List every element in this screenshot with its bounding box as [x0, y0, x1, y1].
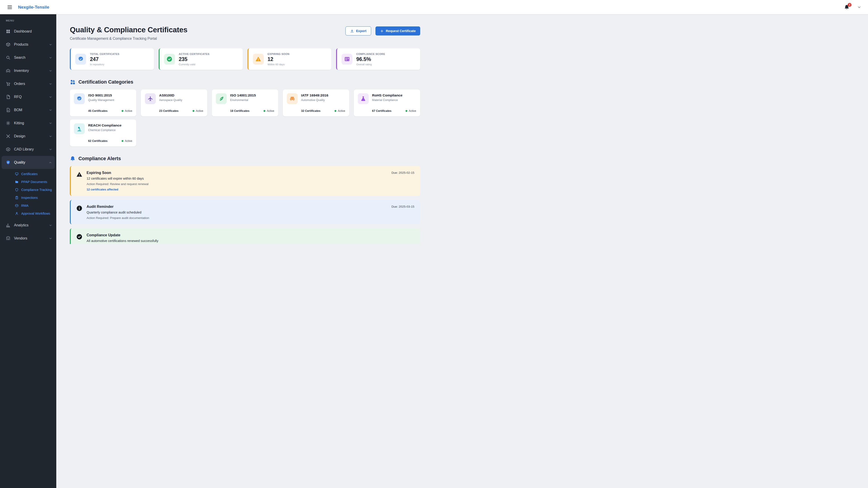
category-count: 18 Certificates: [230, 109, 249, 112]
request-certificate-button[interactable]: Request Certificate: [375, 26, 420, 35]
shield-icon: [15, 188, 19, 192]
sidebar-item-products[interactable]: Products: [0, 38, 56, 51]
category-description: Chemical Compliance: [88, 129, 132, 132]
stat-active-certificates[interactable]: ACTIVE CERTIFICATES 235 Currently valid: [159, 48, 243, 70]
sidebar-item-vendors[interactable]: Vendors: [0, 232, 56, 244]
brand-logo[interactable]: Nexgile-Tensile: [18, 5, 49, 10]
stat-label: EXPIRING SOON: [268, 53, 289, 55]
stat-sub: Within 60 days: [268, 63, 289, 66]
export-button[interactable]: Export: [345, 26, 371, 35]
chevron-down-icon: [49, 122, 52, 125]
sidebar-item-orders[interactable]: Orders: [0, 77, 56, 90]
status-dot: [264, 110, 266, 112]
chevron-down-icon: [49, 82, 52, 86]
sidebar-item-bom[interactable]: BOM: [0, 103, 56, 117]
category-name: IATF 16949:2016: [301, 93, 345, 97]
category-card-iso-9001[interactable]: ISO 9001:2015 Quality Management 45 Cert…: [70, 90, 136, 116]
stat-value: 96.5%: [356, 56, 385, 62]
chevron-up-icon: [49, 161, 52, 164]
sidebar-item-search[interactable]: Search: [0, 51, 56, 64]
menu-icon[interactable]: [7, 4, 13, 10]
alert-message: All automotive certifications renewed su…: [87, 239, 158, 242]
category-count: 62 Certificates: [88, 139, 107, 142]
user-icon: [15, 212, 19, 215]
chevron-down-icon: [49, 237, 52, 240]
certificate-card-icon: [342, 54, 352, 65]
sidebar-item-quality[interactable]: Quality: [2, 156, 55, 169]
stat-expiring-soon[interactable]: EXPIRING SOON 12 Within 60 days: [248, 48, 332, 70]
stat-compliance-score[interactable]: COMPLIANCE SCORE 96.5% Overall rating: [336, 48, 420, 70]
category-card-reach[interactable]: REACH Compliance Chemical Compliance 62 …: [70, 120, 136, 147]
alert-affected-link[interactable]: 12 certificates affected: [87, 188, 149, 191]
sidebar-subitem-label: PPAP Documents: [21, 180, 47, 184]
sidebar-item-cad-library[interactable]: CAD Library: [0, 143, 56, 156]
shield-check-icon: [6, 160, 10, 165]
sidebar-item-label: Dashboard: [14, 29, 52, 33]
category-card-as9100d[interactable]: AS9100D Aerospace Quality 23 Certificate…: [141, 90, 207, 116]
category-count: 45 Certificates: [88, 109, 107, 112]
status-dot: [122, 140, 123, 142]
sidebar-item-label: Quality: [14, 160, 49, 164]
sidebar-item-label: Orders: [14, 82, 49, 86]
status-dot: [193, 110, 194, 112]
dashboard-icon: [6, 29, 10, 34]
building-icon: [6, 236, 10, 240]
alert-audit-reminder[interactable]: Audit Reminder Quarterly compliance audi…: [70, 200, 420, 224]
status-dot: [122, 110, 123, 112]
alerts-section-header: Compliance Alerts: [70, 156, 420, 162]
badge-check-icon: [74, 93, 85, 104]
category-name: REACH Compliance: [88, 123, 132, 127]
category-card-rohs[interactable]: RoHS Compliance Material Compliance 67 C…: [354, 90, 420, 116]
sidebar-subitem-compliance-tracking[interactable]: Compliance Tracking: [0, 186, 56, 194]
sidebar-item-label: Products: [14, 42, 49, 46]
sidebar-subitem-certificates[interactable]: Certificates: [0, 170, 56, 178]
sidebar-item-dashboard[interactable]: Dashboard: [0, 25, 56, 38]
alerts-heading: Compliance Alerts: [79, 156, 121, 162]
sidebar-subitem-rma[interactable]: RMA: [0, 201, 56, 209]
gear-icon: [6, 121, 10, 125]
sidebar-item-label: Kitting: [14, 121, 49, 125]
car-icon: [287, 93, 298, 104]
alert-title: Audit Reminder: [87, 205, 149, 209]
page-subtitle: Certificate Management & Compliance Trac…: [70, 37, 187, 41]
sidebar-item-kitting[interactable]: Kitting: [0, 117, 56, 130]
chevron-down-icon: [49, 108, 52, 112]
category-count: 23 Certificates: [159, 109, 178, 112]
cube-icon: [6, 147, 10, 152]
alert-due-date: Due: 2025-03-15: [392, 205, 414, 208]
alert-expiring-soon[interactable]: Expiring Soon 12 certificates will expir…: [70, 166, 420, 196]
main-content: Quality & Compliance Certificates Certif…: [56, 0, 434, 244]
sidebar-item-rfq[interactable]: RFQ: [0, 90, 56, 103]
status-badge: Active: [335, 109, 345, 112]
category-cards: ISO 9001:2015 Quality Management 45 Cert…: [70, 90, 420, 147]
status-dot: [405, 110, 407, 112]
sidebar-subitem-ppap-documents[interactable]: PPAP Documents: [0, 178, 56, 186]
category-card-iatf-16949[interactable]: IATF 16949:2016 Automotive Quality 32 Ce…: [283, 90, 349, 116]
sidebar-item-design[interactable]: Design: [0, 130, 56, 143]
category-description: Material Compliance: [372, 98, 416, 102]
sidebar-item-inventory[interactable]: Inventory: [0, 64, 56, 77]
sidebar: MENU Dashboard Products Search Inventory…: [0, 14, 56, 244]
alert-compliance-update[interactable]: Compliance Update All automotive certifi…: [70, 228, 420, 244]
cart-icon: [6, 82, 10, 86]
category-name: AS9100D: [159, 93, 203, 97]
category-description: Quality Management: [88, 98, 132, 102]
chevron-down-icon: [49, 56, 52, 59]
stat-total-certificates[interactable]: TOTAL CERTIFICATES 247 In repository: [70, 48, 154, 70]
warning-triangle-icon: [253, 54, 264, 65]
box-icon: [15, 204, 19, 207]
sidebar-subitem-inspections[interactable]: Inspections: [0, 194, 56, 201]
sidebar-item-label: Design: [14, 134, 49, 138]
stat-label: ACTIVE CERTIFICATES: [179, 53, 210, 55]
flask-icon: [358, 93, 369, 104]
stat-sub: Currently valid: [179, 63, 210, 66]
stat-label: TOTAL CERTIFICATES: [90, 53, 119, 55]
sidebar-subitem-approval-workflows[interactable]: Approval Workflows: [0, 209, 56, 217]
sidebar-subitem-label: Certificates: [21, 172, 38, 176]
sidebar-item-analytics[interactable]: Analytics: [0, 219, 56, 232]
airplane-icon: [145, 93, 156, 104]
category-card-iso-14001[interactable]: ISO 14001:2015 Environmental 18 Certific…: [212, 90, 278, 116]
alert-message: 12 certificates will expire within 60 da…: [87, 177, 149, 180]
plus-icon: [380, 29, 384, 33]
check-circle-icon: [76, 234, 83, 240]
